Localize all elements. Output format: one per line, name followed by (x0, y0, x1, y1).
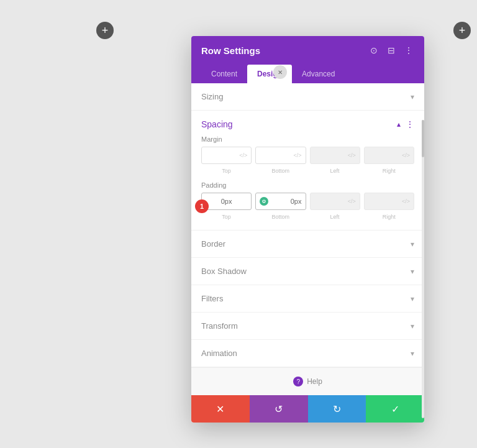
plus-icon-right: + (459, 24, 466, 37)
redo-icon: ↻ (333, 403, 341, 415)
modal-title: Row Settings (201, 45, 260, 56)
cancel-button[interactable]: ✕ (191, 395, 250, 423)
margin-top-input[interactable]: </> (201, 147, 252, 164)
border-section[interactable]: Border ▾ (191, 231, 424, 258)
header-icons: ⊙ ⊟ ⋮ (368, 45, 414, 56)
margin-top-sync-icon: </> (239, 152, 247, 158)
save-button[interactable]: ✓ (366, 395, 424, 423)
transform-section[interactable]: Transform ▾ (191, 313, 424, 340)
padding-top-label: Top (201, 214, 252, 220)
redo-button[interactable]: ↻ (308, 395, 366, 423)
margin-label: Margin (201, 135, 414, 143)
cancel-icon: ✕ (216, 403, 224, 415)
plus-icon-left: + (102, 24, 109, 37)
spacing-collapse-icon[interactable]: ▴ (397, 120, 401, 129)
margin-bottom-sync-icon: </> (293, 152, 301, 158)
filters-section[interactable]: Filters ▾ (191, 285, 424, 313)
scroll-thumb[interactable] (422, 120, 424, 157)
modal-header: Row Settings ⊙ ⊟ ⋮ (191, 36, 424, 65)
margin-left-input[interactable]: </> (310, 147, 360, 164)
sizing-section[interactable]: Sizing ▾ (191, 83, 424, 111)
padding-top-input[interactable]: 0px (201, 193, 252, 210)
margin-bottom-label: Bottom (255, 168, 306, 174)
box-shadow-section[interactable]: Box Shadow ▾ (191, 258, 424, 285)
modal-body: Sizing ▾ Spacing ▴ ⋮ Margin (191, 83, 424, 423)
padding-label: Padding (201, 181, 414, 189)
margin-group: Margin </> Top </> (201, 135, 414, 174)
padding-bottom-value: 0px (291, 198, 302, 205)
filters-chevron-icon: ▾ (411, 295, 414, 303)
columns-icon[interactable]: ⊟ (386, 45, 397, 56)
margin-inputs: </> Top </> Bottom (201, 147, 414, 174)
spacing-section: Spacing ▴ ⋮ Margin </> Top (191, 111, 424, 231)
padding-left-label: Left (310, 214, 360, 220)
more-options-icon[interactable]: ⋮ (403, 45, 414, 56)
modal-tabs: Content Design Advanced (191, 65, 424, 83)
sizing-chevron-icon: ▾ (411, 93, 414, 101)
margin-top-label: Top (201, 168, 252, 174)
animation-chevron-icon: ▾ (411, 349, 414, 358)
padding-group: Padding 1 0px Top (201, 181, 414, 220)
target-icon[interactable]: ⊙ (368, 45, 379, 56)
padding-bottom-label: Bottom (255, 214, 306, 220)
reset-icon: ↺ (275, 403, 283, 415)
spacing-title: Spacing (201, 119, 233, 129)
transform-label: Transform (201, 321, 238, 331)
margin-right-label: Right (364, 168, 414, 174)
action-bar: ✕ ↺ ↻ ✓ (191, 395, 424, 423)
spacing-header-icons: ▴ ⋮ (397, 119, 414, 129)
modal-close-button[interactable]: ✕ (273, 65, 287, 79)
scroll-track (422, 120, 424, 418)
box-shadow-chevron-icon: ▾ (411, 267, 414, 276)
margin-right-sync-icon: </> (402, 152, 410, 158)
filters-label: Filters (201, 294, 223, 303)
padding-right-label: Right (364, 214, 414, 220)
row-settings-modal: Row Settings ⊙ ⊟ ⋮ Content Design Advanc… (191, 36, 424, 423)
padding-right-sync-icon: </> (402, 198, 410, 204)
spacing-header: Spacing ▴ ⋮ (201, 111, 414, 135)
margin-bottom-input[interactable]: </> (255, 147, 306, 164)
save-icon: ✓ (391, 403, 399, 415)
border-chevron-icon: ▾ (411, 240, 414, 249)
sizing-label: Sizing (201, 92, 223, 101)
help-label: Help (307, 377, 322, 386)
help-button[interactable]: ? Help (293, 377, 322, 386)
tab-advanced[interactable]: Advanced (292, 65, 345, 83)
step-badge: 1 (195, 199, 209, 213)
padding-inputs: 0px Top 0px Bottom (201, 193, 414, 220)
box-shadow-label: Box Shadow (201, 267, 247, 276)
reset-button[interactable]: ↺ (250, 395, 308, 423)
tab-content[interactable]: Content (201, 65, 247, 83)
animation-label: Animation (201, 349, 237, 358)
margin-left-sync-icon: </> (348, 152, 356, 158)
animation-section[interactable]: Animation ▾ (191, 340, 424, 367)
close-icon: ✕ (278, 69, 283, 76)
add-section-right-button[interactable]: + (453, 22, 471, 39)
add-section-left-button[interactable]: + (96, 22, 114, 39)
padding-left-sync-icon: </> (348, 198, 356, 204)
margin-left-label: Left (310, 168, 360, 174)
padding-link-icon (260, 197, 268, 206)
padding-bottom-input[interactable]: 0px (255, 193, 306, 210)
padding-top-value: 0px (221, 198, 232, 205)
margin-right-input[interactable]: </> (364, 147, 414, 164)
padding-right-input[interactable]: </> (364, 193, 414, 210)
transform-chevron-icon: ▾ (411, 322, 414, 331)
spacing-options-icon[interactable]: ⋮ (406, 119, 414, 129)
padding-left-input[interactable]: </> (310, 193, 360, 210)
padding-row-wrapper: 1 0px Top (201, 193, 414, 220)
help-icon: ? (293, 377, 303, 386)
modal-footer: ? Help (191, 367, 424, 395)
border-label: Border (201, 239, 225, 249)
